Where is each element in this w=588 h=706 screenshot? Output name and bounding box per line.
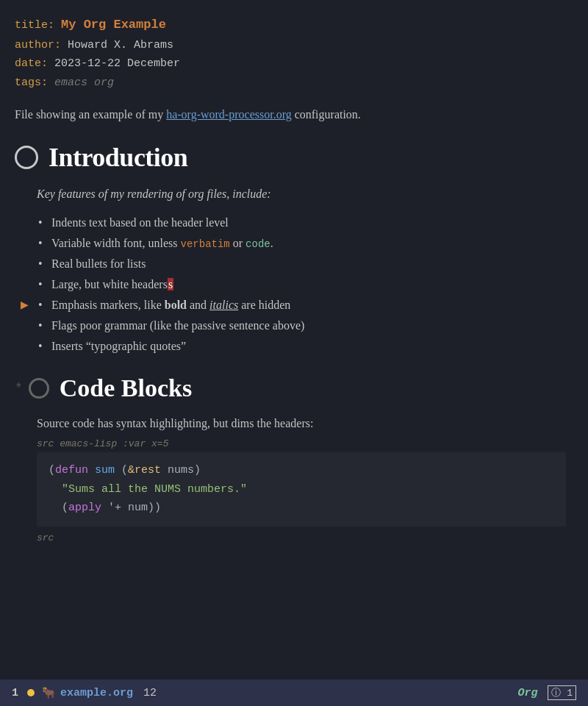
- meta-title-line: title: My Org Example: [15, 15, 566, 36]
- section1-header: Introduction: [15, 142, 566, 173]
- author-value: Howard X. Abrams: [68, 39, 173, 51]
- date-value: 2023-12-22 December: [54, 57, 180, 70]
- list-item: Variable width font, unless verbatim or …: [37, 233, 566, 254]
- section2-heading: Code Blocks: [60, 374, 192, 402]
- code-section-intro: Source code has syntax highlighting, but…: [37, 414, 566, 433]
- verbatim-text: verbatim: [181, 238, 230, 250]
- list-item-text: Flags poor grammar (like the passive sen…: [51, 319, 304, 332]
- list-item: Flags poor grammar (like the passive sen…: [37, 315, 566, 336]
- list-item-text: Emphasis markers, like bold and italics …: [51, 299, 290, 311]
- section2-icon: [29, 378, 49, 399]
- tags-value: emacs org: [54, 76, 114, 89]
- cursor: s: [168, 278, 173, 290]
- intro-text-after: configuration.: [292, 108, 361, 121]
- code-nums: nums): [161, 464, 201, 477]
- status-info: ⓘ 1: [548, 685, 576, 700]
- intro-link[interactable]: ha-org-word-processor.org: [166, 108, 291, 121]
- status-filename: example.org: [60, 687, 133, 699]
- section2-prefix: *: [15, 381, 23, 396]
- date-key: date:: [15, 57, 48, 70]
- list-item: Inserts “typographic quotes”: [37, 336, 566, 357]
- code-apply-args: '+ num)): [101, 502, 161, 514]
- list-item: Large, but white headerss: [37, 274, 566, 295]
- code-block: (defun sum (&rest nums) "Sums all the NU…: [37, 452, 566, 527]
- code-space: [88, 464, 95, 477]
- list-item-highlighted: ▶ Emphasis markers, like bold and italic…: [37, 295, 566, 315]
- emacs-icon: 🐂: [42, 686, 56, 700]
- code-line-3: (apply '+ num)): [49, 499, 554, 518]
- code-apply-paren: (: [49, 502, 68, 514]
- title-key: title:: [15, 19, 54, 32]
- list-item-text: Real bullets for lists: [51, 257, 146, 270]
- status-line-number: 1: [12, 687, 18, 699]
- src-label-top: src emacs-lisp :var x=5: [37, 438, 566, 449]
- section1-icon: [15, 146, 38, 169]
- meta-author-line: author: Howard X. Abrams: [15, 36, 566, 55]
- code-apply: apply: [68, 502, 101, 514]
- code-space2: (: [115, 464, 128, 477]
- code-line-1: (defun sum (&rest nums): [49, 461, 554, 480]
- section2-header: * Code Blocks: [15, 374, 566, 402]
- section1-heading: Introduction: [49, 142, 187, 173]
- section2-body: Source code has syntax highlighting, but…: [15, 414, 566, 543]
- italic-text: italics: [209, 299, 238, 311]
- list-item-text: Large, but white headerss: [51, 278, 173, 290]
- section1-intro: Key features of my rendering of org file…: [37, 185, 566, 204]
- code-text: code: [245, 238, 270, 250]
- meta-tags-line: tags: emacs org: [15, 74, 566, 93]
- status-bar: 1 🐂 example.org 12 Org ⓘ 1: [0, 680, 588, 706]
- src-label-bottom: src: [37, 532, 566, 543]
- code-defun: defun: [55, 464, 88, 477]
- intro-text-before: File showing an example of my: [15, 108, 166, 121]
- list-item-text: Inserts “typographic quotes”: [51, 340, 186, 352]
- status-mode: Org: [517, 687, 537, 699]
- list-item-text: Indents text based on the header level: [51, 216, 229, 229]
- section1-intro-after: of org files, include:: [173, 188, 270, 200]
- list-item-text: Variable width font, unless verbatim or …: [51, 237, 273, 249]
- status-dot: [27, 689, 35, 696]
- intro-paragraph: File showing an example of my ha-org-wor…: [15, 105, 566, 124]
- title-value: My Org Example: [61, 18, 166, 32]
- tags-key: tags:: [15, 76, 48, 89]
- code-params: &rest: [128, 464, 161, 477]
- section1-body: Key features of my rendering of org file…: [15, 185, 566, 357]
- status-col: 12: [143, 687, 157, 699]
- section1-intro-italic: rendering: [127, 188, 173, 200]
- bold-text: bold: [165, 299, 187, 311]
- list-item: Indents text based on the header level: [37, 213, 566, 233]
- code-fn-name: sum: [95, 464, 115, 477]
- code-string: "Sums all the NUMS numbers.": [49, 483, 247, 496]
- section1-bullet-list: Indents text based on the header level V…: [37, 213, 566, 357]
- code-line-2: "Sums all the NUMS numbers.": [49, 480, 554, 499]
- section1-intro-before: Key features of my: [37, 188, 127, 200]
- metadata-block: title: My Org Example author: Howard X. …: [15, 15, 566, 92]
- code-paren: (: [49, 464, 55, 477]
- meta-date-line: date: 2023-12-22 December: [15, 54, 566, 74]
- arrow-indicator: ▶: [21, 296, 29, 314]
- list-item: Real bullets for lists: [37, 254, 566, 274]
- author-key: author:: [15, 39, 61, 51]
